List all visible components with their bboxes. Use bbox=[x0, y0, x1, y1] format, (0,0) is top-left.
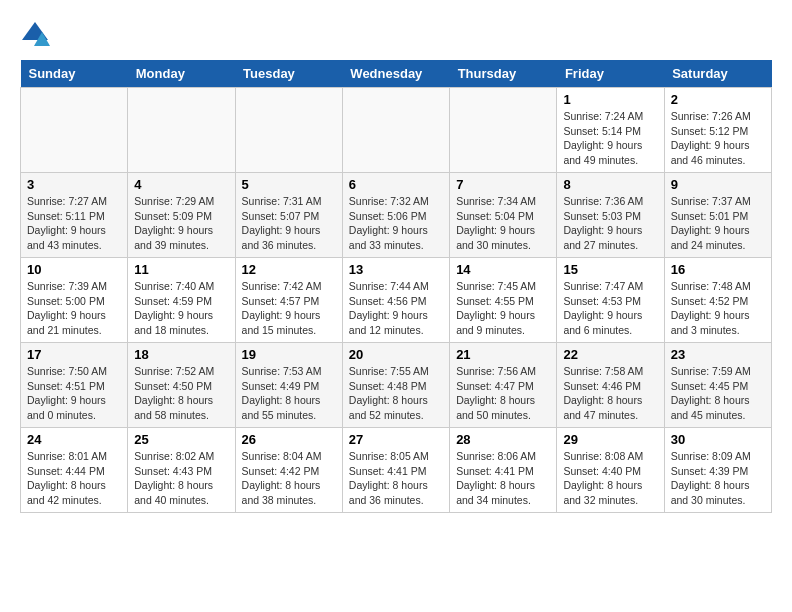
day-cell: 21Sunrise: 7:56 AM Sunset: 4:47 PM Dayli… bbox=[450, 343, 557, 428]
day-info: Sunrise: 7:29 AM Sunset: 5:09 PM Dayligh… bbox=[134, 194, 228, 253]
day-number: 16 bbox=[671, 262, 765, 277]
header-day-tuesday: Tuesday bbox=[235, 60, 342, 88]
day-info: Sunrise: 7:31 AM Sunset: 5:07 PM Dayligh… bbox=[242, 194, 336, 253]
day-cell bbox=[235, 88, 342, 173]
day-number: 30 bbox=[671, 432, 765, 447]
week-row-2: 3Sunrise: 7:27 AM Sunset: 5:11 PM Daylig… bbox=[21, 173, 772, 258]
day-info: Sunrise: 7:58 AM Sunset: 4:46 PM Dayligh… bbox=[563, 364, 657, 423]
day-info: Sunrise: 8:05 AM Sunset: 4:41 PM Dayligh… bbox=[349, 449, 443, 508]
header-day-wednesday: Wednesday bbox=[342, 60, 449, 88]
day-number: 9 bbox=[671, 177, 765, 192]
day-cell: 20Sunrise: 7:55 AM Sunset: 4:48 PM Dayli… bbox=[342, 343, 449, 428]
day-info: Sunrise: 7:48 AM Sunset: 4:52 PM Dayligh… bbox=[671, 279, 765, 338]
day-number: 29 bbox=[563, 432, 657, 447]
day-cell: 22Sunrise: 7:58 AM Sunset: 4:46 PM Dayli… bbox=[557, 343, 664, 428]
day-info: Sunrise: 7:40 AM Sunset: 4:59 PM Dayligh… bbox=[134, 279, 228, 338]
day-number: 1 bbox=[563, 92, 657, 107]
day-cell: 9Sunrise: 7:37 AM Sunset: 5:01 PM Daylig… bbox=[664, 173, 771, 258]
day-info: Sunrise: 7:24 AM Sunset: 5:14 PM Dayligh… bbox=[563, 109, 657, 168]
day-cell: 27Sunrise: 8:05 AM Sunset: 4:41 PM Dayli… bbox=[342, 428, 449, 513]
day-cell: 10Sunrise: 7:39 AM Sunset: 5:00 PM Dayli… bbox=[21, 258, 128, 343]
header-day-monday: Monday bbox=[128, 60, 235, 88]
logo-icon bbox=[20, 20, 50, 50]
day-info: Sunrise: 8:04 AM Sunset: 4:42 PM Dayligh… bbox=[242, 449, 336, 508]
week-row-4: 17Sunrise: 7:50 AM Sunset: 4:51 PM Dayli… bbox=[21, 343, 772, 428]
day-cell bbox=[128, 88, 235, 173]
day-number: 10 bbox=[27, 262, 121, 277]
day-number: 11 bbox=[134, 262, 228, 277]
week-row-5: 24Sunrise: 8:01 AM Sunset: 4:44 PM Dayli… bbox=[21, 428, 772, 513]
day-number: 17 bbox=[27, 347, 121, 362]
day-cell: 24Sunrise: 8:01 AM Sunset: 4:44 PM Dayli… bbox=[21, 428, 128, 513]
week-row-1: 1Sunrise: 7:24 AM Sunset: 5:14 PM Daylig… bbox=[21, 88, 772, 173]
day-number: 15 bbox=[563, 262, 657, 277]
header-day-sunday: Sunday bbox=[21, 60, 128, 88]
day-info: Sunrise: 7:36 AM Sunset: 5:03 PM Dayligh… bbox=[563, 194, 657, 253]
day-number: 5 bbox=[242, 177, 336, 192]
day-number: 7 bbox=[456, 177, 550, 192]
day-cell: 14Sunrise: 7:45 AM Sunset: 4:55 PM Dayli… bbox=[450, 258, 557, 343]
day-cell: 25Sunrise: 8:02 AM Sunset: 4:43 PM Dayli… bbox=[128, 428, 235, 513]
day-info: Sunrise: 7:47 AM Sunset: 4:53 PM Dayligh… bbox=[563, 279, 657, 338]
day-info: Sunrise: 7:37 AM Sunset: 5:01 PM Dayligh… bbox=[671, 194, 765, 253]
day-cell: 29Sunrise: 8:08 AM Sunset: 4:40 PM Dayli… bbox=[557, 428, 664, 513]
day-cell: 13Sunrise: 7:44 AM Sunset: 4:56 PM Dayli… bbox=[342, 258, 449, 343]
day-cell: 17Sunrise: 7:50 AM Sunset: 4:51 PM Dayli… bbox=[21, 343, 128, 428]
day-info: Sunrise: 7:53 AM Sunset: 4:49 PM Dayligh… bbox=[242, 364, 336, 423]
day-number: 18 bbox=[134, 347, 228, 362]
day-info: Sunrise: 7:59 AM Sunset: 4:45 PM Dayligh… bbox=[671, 364, 765, 423]
day-info: Sunrise: 7:27 AM Sunset: 5:11 PM Dayligh… bbox=[27, 194, 121, 253]
day-info: Sunrise: 7:52 AM Sunset: 4:50 PM Dayligh… bbox=[134, 364, 228, 423]
day-cell: 15Sunrise: 7:47 AM Sunset: 4:53 PM Dayli… bbox=[557, 258, 664, 343]
header-day-saturday: Saturday bbox=[664, 60, 771, 88]
day-cell: 6Sunrise: 7:32 AM Sunset: 5:06 PM Daylig… bbox=[342, 173, 449, 258]
day-cell: 23Sunrise: 7:59 AM Sunset: 4:45 PM Dayli… bbox=[664, 343, 771, 428]
day-number: 3 bbox=[27, 177, 121, 192]
day-info: Sunrise: 7:45 AM Sunset: 4:55 PM Dayligh… bbox=[456, 279, 550, 338]
calendar-header: SundayMondayTuesdayWednesdayThursdayFrid… bbox=[21, 60, 772, 88]
day-info: Sunrise: 8:06 AM Sunset: 4:41 PM Dayligh… bbox=[456, 449, 550, 508]
day-cell bbox=[342, 88, 449, 173]
day-number: 21 bbox=[456, 347, 550, 362]
day-number: 26 bbox=[242, 432, 336, 447]
day-cell: 30Sunrise: 8:09 AM Sunset: 4:39 PM Dayli… bbox=[664, 428, 771, 513]
day-cell bbox=[21, 88, 128, 173]
day-cell: 2Sunrise: 7:26 AM Sunset: 5:12 PM Daylig… bbox=[664, 88, 771, 173]
day-info: Sunrise: 7:32 AM Sunset: 5:06 PM Dayligh… bbox=[349, 194, 443, 253]
day-number: 20 bbox=[349, 347, 443, 362]
day-cell: 1Sunrise: 7:24 AM Sunset: 5:14 PM Daylig… bbox=[557, 88, 664, 173]
day-number: 6 bbox=[349, 177, 443, 192]
day-cell: 5Sunrise: 7:31 AM Sunset: 5:07 PM Daylig… bbox=[235, 173, 342, 258]
day-info: Sunrise: 7:56 AM Sunset: 4:47 PM Dayligh… bbox=[456, 364, 550, 423]
day-info: Sunrise: 7:34 AM Sunset: 5:04 PM Dayligh… bbox=[456, 194, 550, 253]
header-day-thursday: Thursday bbox=[450, 60, 557, 88]
day-info: Sunrise: 7:26 AM Sunset: 5:12 PM Dayligh… bbox=[671, 109, 765, 168]
day-cell: 8Sunrise: 7:36 AM Sunset: 5:03 PM Daylig… bbox=[557, 173, 664, 258]
day-number: 8 bbox=[563, 177, 657, 192]
day-cell: 4Sunrise: 7:29 AM Sunset: 5:09 PM Daylig… bbox=[128, 173, 235, 258]
week-row-3: 10Sunrise: 7:39 AM Sunset: 5:00 PM Dayli… bbox=[21, 258, 772, 343]
day-info: Sunrise: 7:55 AM Sunset: 4:48 PM Dayligh… bbox=[349, 364, 443, 423]
day-cell: 18Sunrise: 7:52 AM Sunset: 4:50 PM Dayli… bbox=[128, 343, 235, 428]
day-number: 2 bbox=[671, 92, 765, 107]
day-number: 12 bbox=[242, 262, 336, 277]
day-cell: 7Sunrise: 7:34 AM Sunset: 5:04 PM Daylig… bbox=[450, 173, 557, 258]
day-cell: 16Sunrise: 7:48 AM Sunset: 4:52 PM Dayli… bbox=[664, 258, 771, 343]
day-cell: 26Sunrise: 8:04 AM Sunset: 4:42 PM Dayli… bbox=[235, 428, 342, 513]
day-cell bbox=[450, 88, 557, 173]
day-number: 27 bbox=[349, 432, 443, 447]
day-number: 13 bbox=[349, 262, 443, 277]
day-cell: 12Sunrise: 7:42 AM Sunset: 4:57 PM Dayli… bbox=[235, 258, 342, 343]
calendar-body: 1Sunrise: 7:24 AM Sunset: 5:14 PM Daylig… bbox=[21, 88, 772, 513]
day-number: 4 bbox=[134, 177, 228, 192]
day-info: Sunrise: 7:39 AM Sunset: 5:00 PM Dayligh… bbox=[27, 279, 121, 338]
day-info: Sunrise: 8:08 AM Sunset: 4:40 PM Dayligh… bbox=[563, 449, 657, 508]
day-cell: 11Sunrise: 7:40 AM Sunset: 4:59 PM Dayli… bbox=[128, 258, 235, 343]
logo bbox=[20, 20, 54, 50]
header-row: SundayMondayTuesdayWednesdayThursdayFrid… bbox=[21, 60, 772, 88]
day-info: Sunrise: 7:42 AM Sunset: 4:57 PM Dayligh… bbox=[242, 279, 336, 338]
day-info: Sunrise: 8:09 AM Sunset: 4:39 PM Dayligh… bbox=[671, 449, 765, 508]
day-info: Sunrise: 7:50 AM Sunset: 4:51 PM Dayligh… bbox=[27, 364, 121, 423]
day-cell: 28Sunrise: 8:06 AM Sunset: 4:41 PM Dayli… bbox=[450, 428, 557, 513]
day-info: Sunrise: 7:44 AM Sunset: 4:56 PM Dayligh… bbox=[349, 279, 443, 338]
